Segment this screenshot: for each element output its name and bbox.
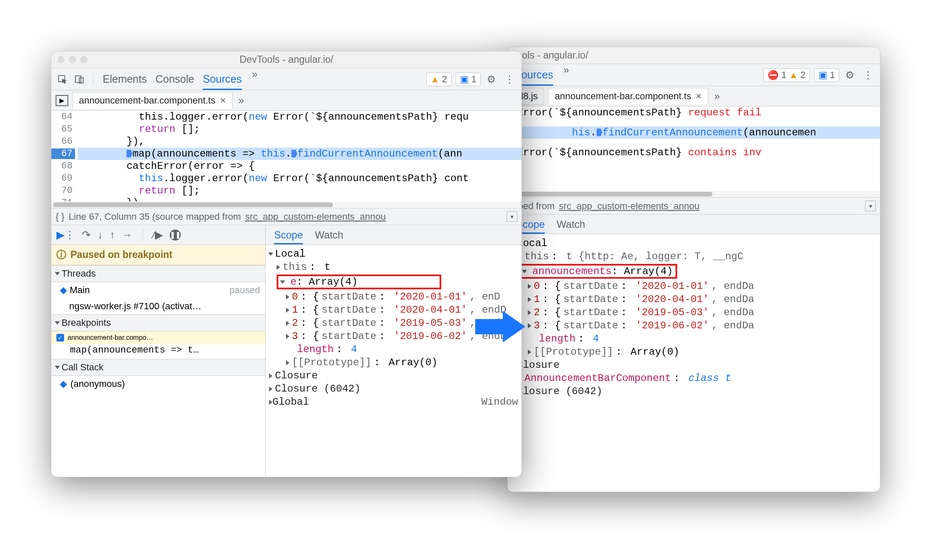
more-files-chevron-icon[interactable]: » (712, 90, 721, 102)
execution-pointer-icon (597, 129, 603, 136)
code-line: 70 return []; (78, 185, 521, 197)
execution-line: his.findCurrentAnnouncement(announcemen (511, 126, 880, 139)
svg-marker-3 (475, 311, 525, 342)
window-title: Tools - angular.io/ (507, 50, 880, 61)
status-dropdown-icon[interactable]: ▾ (507, 211, 517, 222)
warning-icon: ▲ (431, 74, 440, 84)
callstack-frame[interactable]: (anonymous) (51, 376, 265, 392)
scope-watch-tabs: Scope Watch (507, 215, 880, 234)
code-line: 66 }), (78, 135, 521, 148)
comparison-arrow-icon (475, 310, 526, 344)
file-tab-active[interactable]: announcement-bar.component.ts ✕ (73, 92, 233, 109)
file-tab-bar: d8.js announcement-bar.component.ts ✕ » (507, 86, 880, 106)
horizontal-scrollbar[interactable] (507, 191, 880, 197)
devtools-window-left: DevTools - angular.io/ Elements Console … (51, 51, 522, 477)
debugger-toolbar: ▶⋮ ↷ ↓ ↑ → ⁄▶ ❚❚ (51, 225, 265, 245)
more-tabs-chevron-icon[interactable]: » (562, 64, 571, 86)
watch-tab[interactable]: Watch (315, 225, 343, 244)
main-toolbar: Elements Console Sources » ▲2 ▣1 ⚙ ⋮ (51, 68, 521, 90)
window-title: DevTools - angular.io/ (51, 54, 521, 65)
thread-row[interactable]: ngsw-worker.js #7100 (activat… (51, 298, 265, 314)
more-tabs-chevron-icon[interactable]: » (250, 68, 259, 90)
pause-on-exceptions-icon[interactable]: ❚❚ (170, 230, 181, 241)
pretty-print-icon[interactable]: { } (56, 211, 64, 222)
main-toolbar: Sources » ⛔1 ▲2 ▣1 ⚙ ⋮ (507, 64, 880, 86)
breakpoint-row[interactable]: ✓announcement-bar.compo… (51, 331, 265, 344)
code-editor[interactable]: 64 this.logger.error(new Error(`${announ… (51, 111, 521, 208)
kebab-menu-icon[interactable]: ⋮ (860, 69, 876, 81)
code-line: 69 this.logger.error(new Error(`${announ… (78, 172, 521, 185)
issues-badge[interactable]: ⛔1 ▲2 (763, 68, 810, 82)
code-line: 68 catchError(error => { (78, 160, 521, 172)
tab-sources[interactable]: Sources (203, 68, 242, 90)
highlighted-variable: announcements: Array(4) (518, 264, 677, 279)
code-line: 64 this.logger.error(new Error(`${announ… (78, 111, 521, 123)
close-icon[interactable]: ✕ (220, 96, 226, 105)
close-icon[interactable]: ✕ (695, 92, 702, 101)
tab-elements[interactable]: Elements (103, 68, 147, 90)
breakpoint-marker-icon (291, 150, 297, 157)
messages-badge[interactable]: ▣1 (814, 68, 839, 82)
editor-status-bar: { } Line 67, Column 35 (source mapped fr… (51, 208, 521, 225)
scope-watch-tabs: Scope Watch (266, 225, 521, 245)
warnings-badge[interactable]: ▲2 (426, 73, 451, 86)
titlebar: DevTools - angular.io/ (51, 51, 521, 68)
more-files-chevron-icon[interactable]: » (237, 95, 246, 106)
step-into-icon[interactable]: ↓ (98, 229, 103, 241)
scope-tree[interactable]: Local this: t {http: Ae, logger: T, __ng… (507, 234, 880, 400)
step-icon[interactable]: → (122, 229, 132, 241)
code-line: 65 return []; (78, 123, 521, 135)
device-toggle-icon[interactable] (73, 73, 86, 86)
highlighted-variable: e: Array(4) (277, 274, 441, 289)
horizontal-scrollbar[interactable] (51, 202, 521, 208)
warning-icon: ▲ (789, 70, 798, 80)
editor-status-bar: apped from src_app_custom-elements_annou… (507, 198, 880, 215)
settings-gear-icon[interactable]: ⚙ (484, 73, 499, 85)
debugger-sidebar: ▶⋮ ↷ ↓ ↑ → ⁄▶ ❚❚ ⓘ Paused on breakpoint … (51, 225, 266, 477)
titlebar: Tools - angular.io/ (507, 47, 880, 64)
message-icon: ▣ (818, 70, 827, 81)
step-out-icon[interactable]: ↑ (110, 229, 115, 241)
inspect-element-icon[interactable] (56, 73, 69, 86)
settings-gear-icon[interactable]: ⚙ (843, 69, 857, 81)
sourcemap-link[interactable]: src_app_custom-elements_annou (559, 201, 699, 212)
threads-section[interactable]: Threads (51, 265, 265, 282)
resume-icon[interactable]: ▶⋮ (56, 229, 75, 241)
execution-line: 67 map(announcements => this.findCurrent… (78, 148, 521, 160)
navigator-toggle-icon[interactable]: ▶ (56, 95, 68, 106)
scope-tab[interactable]: Scope (274, 225, 303, 244)
code-editor[interactable]: Error(`${announcementsPath} request fail… (507, 106, 880, 198)
kebab-menu-icon[interactable]: ⋮ (502, 73, 517, 85)
file-tab-active[interactable]: announcement-bar.component.ts ✕ (548, 88, 708, 104)
message-icon: ▣ (460, 74, 469, 85)
breakpoint-code: map(announcements => t… (51, 344, 265, 359)
execution-pointer-icon (126, 150, 132, 157)
error-icon: ⛔ (768, 70, 779, 80)
tab-console[interactable]: Console (155, 68, 194, 90)
paused-banner: ⓘ Paused on breakpoint (51, 245, 265, 265)
watch-tab[interactable]: Watch (557, 215, 585, 234)
status-dropdown-icon[interactable]: ▾ (865, 201, 876, 211)
sourcemap-link[interactable]: src_app_custom-elements_annou (245, 211, 386, 222)
file-tab-bar: ▶ announcement-bar.component.ts ✕ » (51, 90, 521, 111)
breakpoints-section[interactable]: Breakpoints (51, 314, 265, 331)
messages-badge[interactable]: ▣1 (456, 73, 481, 86)
devtools-window-right: Tools - angular.io/ Sources » ⛔1 ▲2 ▣1 ⚙… (507, 47, 880, 492)
checkbox-checked-icon[interactable]: ✓ (56, 334, 64, 342)
deactivate-breakpoints-icon[interactable]: ⁄▶ (153, 229, 163, 241)
callstack-section[interactable]: Call Stack (51, 359, 265, 376)
svg-rect-1 (76, 76, 81, 82)
step-over-icon[interactable]: ↷ (82, 229, 91, 241)
thread-row[interactable]: ◆ Mainpaused (51, 282, 265, 298)
info-icon: ⓘ (56, 248, 66, 261)
